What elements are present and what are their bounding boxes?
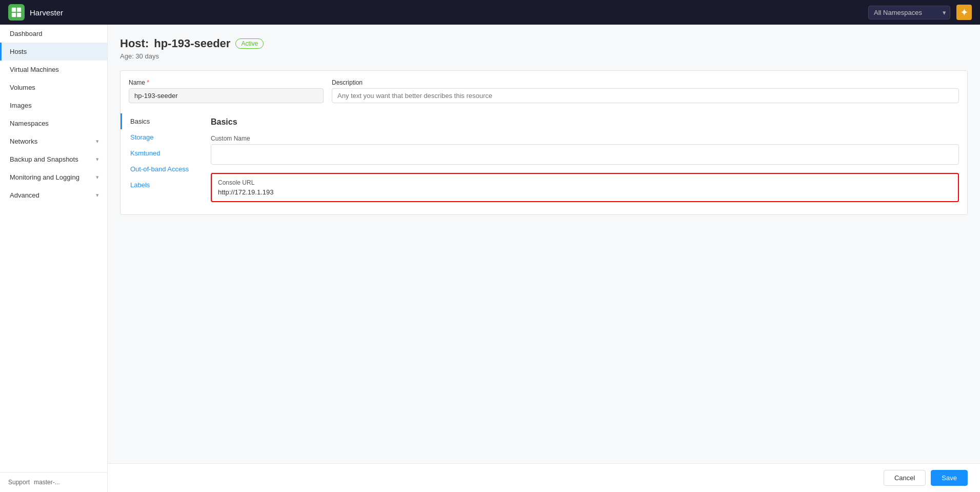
sidebar-item-networks[interactable]: Networks ▾ — [0, 132, 107, 150]
sidebar-item-label: Images — [10, 102, 32, 109]
add-button[interactable]: ✦ — [956, 5, 972, 20]
page-footer: Cancel Save — [108, 463, 980, 492]
custom-name-label: Custom Name — [211, 135, 959, 142]
host-label: Host: — [120, 37, 149, 50]
console-url-label: Console URL — [218, 179, 952, 186]
sidebar-item-hosts[interactable]: Hosts — [0, 43, 107, 61]
version-label: master-... — [34, 479, 60, 486]
required-indicator: * — [147, 79, 149, 86]
svg-rect-3 — [17, 13, 21, 17]
topbar: Harvester All Namespaces ✦ — [0, 0, 980, 25]
console-url-box: Console URL http://172.19.1.193 — [211, 173, 959, 202]
chevron-down-icon: ▾ — [96, 138, 99, 145]
name-input[interactable] — [129, 88, 324, 103]
description-label: Description — [332, 79, 959, 86]
main-content: Host: hp-193-seeder Active Age: 30 days … — [108, 25, 980, 492]
app-logo — [8, 4, 25, 21]
sidebar-item-label: Advanced — [10, 191, 39, 199]
sub-nav-basics[interactable]: Basics — [121, 113, 203, 129]
namespace-select[interactable]: All Namespaces — [868, 6, 950, 19]
svg-rect-1 — [17, 8, 21, 12]
content-panel: Basics Storage Ksmtuned Out-of-band Acce… — [121, 109, 967, 214]
sidebar-item-monitoring-logging[interactable]: Monitoring and Logging ▾ — [0, 168, 107, 186]
page-header: Host: hp-193-seeder Active Age: 30 days — [120, 37, 968, 60]
sub-nav: Basics Storage Ksmtuned Out-of-band Acce… — [121, 109, 203, 206]
sidebar-item-virtual-machines[interactable]: Virtual Machines — [0, 61, 107, 78]
sidebar-item-backup-snapshots[interactable]: Backup and Snapshots ▾ — [0, 150, 107, 168]
custom-name-field: Custom Name — [211, 135, 959, 165]
sidebar-item-namespaces[interactable]: Namespaces — [0, 114, 107, 132]
description-field: Description — [332, 79, 959, 103]
sub-nav-out-of-band[interactable]: Out-of-band Access — [121, 161, 203, 177]
chevron-down-icon: ▾ — [96, 174, 99, 181]
sub-nav-labels[interactable]: Labels — [121, 177, 203, 193]
namespace-select-wrapper[interactable]: All Namespaces — [868, 6, 950, 19]
svg-rect-2 — [12, 13, 16, 17]
basics-content: Basics Custom Name Console URL http://17… — [203, 109, 967, 206]
section-title: Basics — [211, 117, 959, 127]
sidebar-item-label: Monitoring and Logging — [10, 173, 79, 181]
status-badge: Active — [235, 38, 264, 49]
topbar-left: Harvester — [8, 4, 63, 21]
chevron-down-icon: ▾ — [96, 192, 99, 199]
sidebar-item-advanced[interactable]: Advanced ▾ — [0, 186, 107, 204]
layout: Dashboard Hosts Virtual Machines Volumes… — [0, 25, 980, 492]
sidebar-item-label: Networks — [10, 137, 37, 145]
chevron-down-icon: ▾ — [96, 156, 99, 163]
sub-nav-storage[interactable]: Storage — [121, 129, 203, 145]
svg-rect-0 — [12, 8, 16, 12]
sidebar-item-label: Volumes — [10, 84, 35, 91]
name-desc-row: Name * Description — [121, 71, 967, 109]
name-field: Name * — [129, 79, 324, 103]
sidebar-footer: Support master-... — [0, 472, 107, 492]
sidebar-item-dashboard[interactable]: Dashboard — [0, 25, 107, 43]
topbar-right: All Namespaces ✦ — [868, 5, 972, 20]
sidebar-item-images[interactable]: Images — [0, 96, 107, 114]
page-age: Age: 30 days — [120, 52, 968, 60]
sidebar-item-volumes[interactable]: Volumes — [0, 78, 107, 96]
cancel-button[interactable]: Cancel — [884, 470, 926, 486]
custom-name-input[interactable] — [211, 144, 959, 165]
support-link[interactable]: Support — [8, 479, 30, 486]
description-input[interactable] — [332, 88, 959, 103]
form-card: Name * Description Basics — [120, 70, 968, 215]
sidebar: Dashboard Hosts Virtual Machines Volumes… — [0, 25, 108, 492]
page-title: Host: hp-193-seeder Active — [120, 37, 968, 50]
sub-nav-ksmtuned[interactable]: Ksmtuned — [121, 145, 203, 161]
console-url-value: http://172.19.1.193 — [218, 188, 952, 196]
sidebar-item-label: Backup and Snapshots — [10, 155, 78, 163]
app-title: Harvester — [30, 8, 63, 17]
sidebar-item-label: Namespaces — [10, 120, 49, 127]
name-label: Name * — [129, 79, 324, 86]
save-button[interactable]: Save — [931, 470, 968, 486]
sidebar-item-label: Dashboard — [10, 30, 43, 37]
host-name: hp-193-seeder — [154, 37, 230, 50]
sidebar-item-label: Hosts — [10, 48, 27, 55]
sidebar-item-label: Virtual Machines — [10, 66, 59, 73]
